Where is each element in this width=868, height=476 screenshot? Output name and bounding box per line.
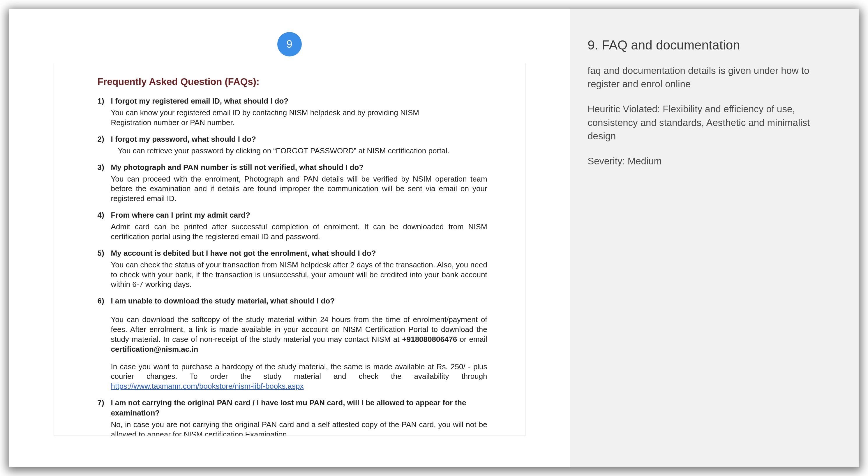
faq-document-screenshot: Frequently Asked Question (FAQs): 1)I fo…: [54, 63, 525, 436]
faq-item: 7)I am not carrying the original PAN car…: [98, 398, 487, 436]
faq-number: 4): [98, 210, 111, 220]
faq-item: 2)I forgot my password, what should I do…: [98, 134, 487, 156]
faq-phone: +918080806476: [402, 335, 457, 344]
faq-number: 3): [98, 162, 111, 173]
issue-heuristic: Heuritic Violated: Flexibility and effic…: [588, 102, 835, 143]
faq-number: 5): [98, 248, 111, 259]
faq-item: 5)My account is debited but I have not g…: [98, 248, 487, 290]
faq-answer: Admit card can be printed after successf…: [111, 222, 487, 242]
faq-answer: You can check the status of your transac…: [111, 260, 487, 290]
faq-number: 2): [98, 134, 111, 144]
report-card: 9 Frequently Asked Question (FAQs): 1)I …: [9, 9, 859, 467]
faq-answer: You can download the softcopy of the stu…: [111, 315, 487, 354]
faq-question: My account is debited but I have not got…: [111, 248, 376, 259]
faq-question: I am not carrying the original PAN card …: [111, 398, 487, 418]
faq-answer: You can retrieve your password by clicki…: [118, 146, 487, 156]
faq-link[interactable]: https://www.taxmann.com/bookstore/nism-i…: [111, 382, 304, 390]
faq-number: 7): [98, 398, 111, 418]
faq-item: 6)I am unable to download the study mate…: [98, 296, 487, 391]
issue-number-badge: 9: [277, 32, 302, 57]
issue-severity: Severity: Medium: [588, 155, 835, 168]
screenshot-pane: 9 Frequently Asked Question (FAQs): 1)I …: [9, 9, 570, 467]
faq-email: certification@nism.ac.in: [111, 345, 198, 353]
faq-answer: No, in case you are not carrying the ori…: [111, 420, 487, 436]
faq-question: I am unable to download the study materi…: [111, 296, 335, 306]
faq-number: 6): [98, 296, 111, 306]
faq-item: 1)I forgot my registered email ID, what …: [98, 96, 487, 128]
faq-question: I forgot my password, what should I do?: [111, 134, 256, 144]
faq-item: 4)From where can I print my admit card? …: [98, 210, 487, 242]
issue-title: 9. FAQ and documentation: [588, 38, 836, 53]
faq-item: 3)My photograph and PAN number is still …: [98, 162, 487, 204]
faq-question: From where can I print my admit card?: [111, 210, 250, 220]
faq-answer: You can know your registered email ID by…: [111, 108, 431, 128]
faq-question: I forgot my registered email ID, what sh…: [111, 96, 289, 106]
faq-answer: You can proceed with the enrolment, Phot…: [111, 174, 487, 204]
faq-heading: Frequently Asked Question (FAQs):: [98, 76, 487, 87]
analysis-pane: 9. FAQ and documentation faq and documen…: [570, 9, 859, 467]
faq-question: My photograph and PAN number is still no…: [111, 162, 364, 173]
issue-description: faq and documentation details is given u…: [588, 64, 835, 91]
faq-number: 1): [98, 96, 111, 106]
faq-answer-secondary: In case you want to purchase a hardcopy …: [111, 362, 487, 391]
